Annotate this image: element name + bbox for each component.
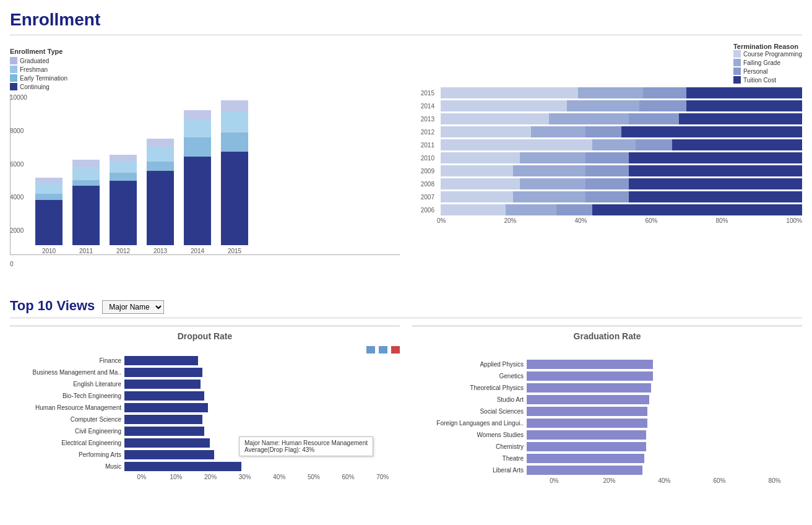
term-horiz-segment xyxy=(513,165,585,176)
bar-segment xyxy=(147,171,174,245)
enrollment-bar-group: 2013 xyxy=(147,139,174,254)
graduation-bar-row: Genetics xyxy=(412,371,802,381)
term-horiz-segment xyxy=(629,113,680,124)
term-horiz-segment xyxy=(672,139,802,150)
term-horiz-segment xyxy=(549,113,628,124)
bar-year-label: 2011 xyxy=(79,248,93,254)
term-bar-row: 2011 xyxy=(412,139,802,150)
term-bar-row: 2007 xyxy=(412,191,802,202)
bar-segment xyxy=(35,194,63,200)
term-horiz-bar xyxy=(441,113,802,124)
graduation-bar-row: Liberal Arts xyxy=(412,466,802,475)
enrollment-legend-items: GraduatedFreshmanEarly TerminationContin… xyxy=(10,57,400,90)
term-horiz-bar xyxy=(441,139,802,150)
term-horiz-segment xyxy=(585,165,629,176)
term-horiz-segment xyxy=(686,100,802,111)
dropout-tooltip-visible: Major Name: Human Resource ManagementAve… xyxy=(239,436,373,456)
bar-segment xyxy=(184,119,211,137)
graduation-bar-label: Liberal Arts xyxy=(412,467,527,474)
dropout-bar xyxy=(124,368,202,377)
termination-chart-area: Termination Reason Course ProgrammingFai… xyxy=(412,43,802,285)
term-year-label: 2013 xyxy=(412,116,434,123)
term-bar-row: 2006 xyxy=(412,204,802,215)
termination-bars: 2015201420132012201120102009200820072006 xyxy=(412,87,802,215)
dropout-bar-label: Music xyxy=(10,463,124,470)
term-year-label: 2010 xyxy=(412,155,434,162)
expand-icon[interactable] xyxy=(366,346,375,354)
bar-year-label: 2013 xyxy=(153,248,167,254)
dropout-divider xyxy=(10,326,400,326)
term-horiz-segment xyxy=(513,191,585,202)
bar-segment xyxy=(110,181,137,245)
dropout-x-label: 0% xyxy=(124,474,159,480)
dropout-bar xyxy=(124,438,210,448)
term-horiz-segment xyxy=(441,165,513,176)
graduation-bar-label: Womens Studies xyxy=(412,432,527,438)
dropout-bar xyxy=(124,380,201,389)
enrollment-bar-group: 2010 xyxy=(35,178,63,254)
term-bar-row: 2012 xyxy=(412,126,802,137)
dropout-bar-label: Electrical Engineering xyxy=(10,440,124,446)
term-horiz-segment xyxy=(520,152,585,163)
dropout-bar-row: Music xyxy=(10,462,400,471)
term-legend-item: Course Programming xyxy=(733,50,802,58)
bar-segment xyxy=(147,162,174,171)
stacked-bar xyxy=(72,160,100,245)
term-year-label: 2009 xyxy=(412,168,434,175)
bar-segment xyxy=(147,147,174,161)
term-horiz-segment xyxy=(585,126,621,137)
term-horiz-segment xyxy=(585,152,629,163)
bottom-section: Dropout Rate FinanceBusiness Management … xyxy=(10,326,802,484)
legend-swatch xyxy=(10,57,17,64)
term-legend-item: Tuition Cost xyxy=(733,76,776,84)
major-dropdown-wrap[interactable]: Major Name Department College xyxy=(102,297,164,314)
term-horiz-bar xyxy=(441,100,802,111)
edit-icon[interactable] xyxy=(391,346,400,354)
stacked-bar xyxy=(184,110,211,245)
term-horiz-segment xyxy=(441,139,592,150)
dropout-bar xyxy=(124,450,214,459)
term-horiz-bar xyxy=(441,87,802,98)
term-bar-row: 2013 xyxy=(412,113,802,124)
term-horiz-bar xyxy=(441,178,802,189)
enrollment-bars: 201020112012201320142015 xyxy=(10,94,400,255)
term-horiz-bar xyxy=(441,152,802,163)
bar-segment xyxy=(184,137,211,157)
graduation-divider xyxy=(412,326,802,326)
legend-label: Continuing xyxy=(20,84,50,90)
term-bar-row: 2008 xyxy=(412,178,802,189)
graduation-bar-row: Social Sciences xyxy=(412,407,802,416)
dropout-x-label: 60% xyxy=(331,474,366,480)
term-horiz-segment xyxy=(629,178,802,189)
bar-segment xyxy=(35,200,63,245)
dropout-chart-area: Dropout Rate FinanceBusiness Management … xyxy=(10,326,400,484)
term-horiz-segment xyxy=(441,113,549,124)
dropout-bar xyxy=(124,427,204,436)
graduation-bar-label: Studio Art xyxy=(412,396,527,403)
dropout-x-label: 20% xyxy=(193,474,228,480)
graduation-bar xyxy=(527,442,646,451)
term-legend-label: Failing Grade xyxy=(743,59,780,66)
term-legend-label: Tuition Cost xyxy=(743,77,776,84)
major-dropdown[interactable]: Major Name Department College xyxy=(102,300,164,314)
enrollment-legend-item: Graduated xyxy=(10,57,400,64)
term-x-label: 100% xyxy=(786,217,802,224)
dropout-x-label: 70% xyxy=(365,474,400,480)
graduation-chart-title: Graduation Rate xyxy=(412,331,802,341)
graduation-x-label: 60% xyxy=(692,477,747,484)
term-horiz-segment xyxy=(592,139,636,150)
enrollment-bar-group: 2011 xyxy=(72,160,100,254)
dropout-bar-label: Business Management and Ma.. xyxy=(10,369,124,376)
dropout-bar xyxy=(124,356,198,365)
graduation-bar-label: Theatre xyxy=(412,455,527,462)
term-horiz-segment xyxy=(585,178,629,189)
dropout-bar-row: Finance xyxy=(10,356,400,365)
term-horiz-bar xyxy=(441,165,802,176)
graduation-bar xyxy=(527,383,651,393)
graduation-bar-row: Womens Studies xyxy=(412,430,802,440)
collapse-icon[interactable] xyxy=(379,346,387,354)
term-legend-item: Failing Grade xyxy=(733,59,780,66)
term-year-label: 2014 xyxy=(412,103,434,110)
termination-legend-title: Termination Reason xyxy=(733,43,802,50)
legend-label: Freshman xyxy=(20,66,48,73)
